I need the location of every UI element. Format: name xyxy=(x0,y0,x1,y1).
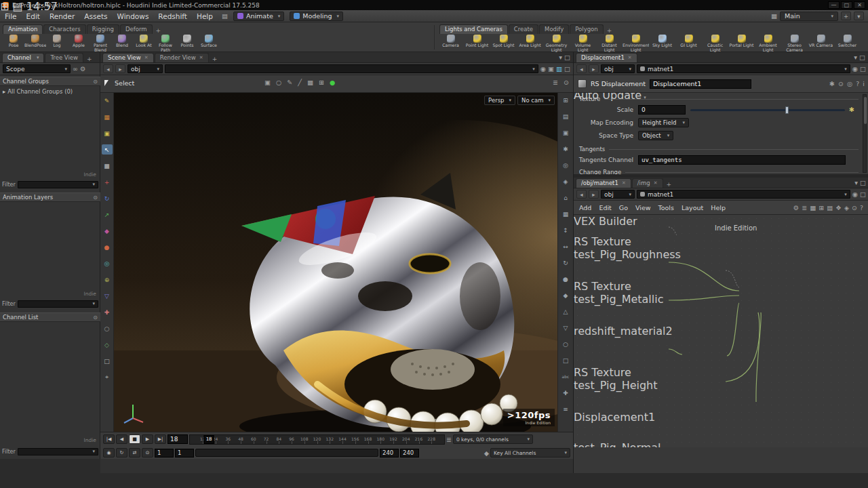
menu-redshift[interactable]: Redshift xyxy=(153,12,192,20)
pane-maximize-icon[interactable]: □ xyxy=(859,54,865,61)
shelf-tool-camera[interactable]: Camera xyxy=(437,34,464,52)
link-icon[interactable]: ∞ xyxy=(73,65,78,73)
filter-input[interactable]: ▾ xyxy=(18,181,98,188)
modeling-mode-dropdown[interactable]: Modeling▾ xyxy=(290,12,343,21)
point-display-icon[interactable]: ● xyxy=(560,274,571,284)
shelf-tool-pose[interactable]: Pose xyxy=(3,34,24,52)
search-icon[interactable]: ⊙ xyxy=(852,204,857,211)
info-icon[interactable]: i xyxy=(863,80,865,87)
shelf-tool-vr-camera[interactable]: VR Camera xyxy=(808,34,834,52)
shelf-tool-volume-light[interactable]: Volume Light xyxy=(570,34,596,52)
scale-tool-icon[interactable]: ↗ xyxy=(102,209,113,220)
refresh-view-icon[interactable]: ↻ xyxy=(560,258,571,268)
close-icon[interactable]: ✕ xyxy=(622,180,626,186)
keys-status-dropdown[interactable]: 0 keys, 0/0 channels▾ xyxy=(453,434,533,444)
map-encoding-dropdown[interactable]: Height Field▾ xyxy=(638,118,689,127)
add-tool-icon[interactable]: ✚ xyxy=(102,307,113,317)
rows-icon[interactable]: ▤ xyxy=(827,204,833,211)
snap-tool-icon[interactable]: ◎ xyxy=(102,258,113,268)
playback-2-button[interactable]: ■ xyxy=(129,434,140,444)
pin-icon[interactable]: ◉ xyxy=(852,190,858,198)
pane-menu-icon[interactable]: ▾ xyxy=(559,54,562,61)
shelf-tool-follow-path[interactable]: Follow Path xyxy=(155,34,176,52)
close-icon[interactable]: ✕ xyxy=(144,55,149,60)
persp-view-pill[interactable]: Persp▾ xyxy=(484,96,515,105)
node-unnamed[interactable] xyxy=(574,215,623,235)
nav-forward-button[interactable]: ▸ xyxy=(589,190,599,199)
node-name-field[interactable]: Displacement1 xyxy=(650,79,751,89)
shelf-tab-modify[interactable]: Modify xyxy=(539,24,569,34)
no-cam-pill[interactable]: No cam▾ xyxy=(517,96,555,105)
rotate-tool-icon[interactable]: ↻ xyxy=(102,193,113,203)
range-end-field[interactable]: 240 xyxy=(380,449,399,458)
shelf-tool-gi-light[interactable]: GI Light xyxy=(675,34,702,52)
section-tangents[interactable]: Tangents xyxy=(579,146,859,152)
nav-back-button[interactable]: ◂ xyxy=(576,64,587,73)
netmenu-edit[interactable]: Edit xyxy=(599,204,611,211)
node-displacement1[interactable] xyxy=(574,424,618,441)
screen-icon[interactable]: □ xyxy=(860,190,866,198)
tab-tree-view[interactable]: Tree View xyxy=(45,53,83,62)
minimize-button[interactable]: — xyxy=(828,1,840,9)
shelf-tool-apple[interactable]: Apple xyxy=(68,34,90,52)
desktop-selector[interactable]: Main▾ xyxy=(780,12,838,21)
translate-tool-icon[interactable]: + xyxy=(102,177,113,187)
shelf-tool-blendpose[interactable]: BlendPose xyxy=(24,34,46,52)
add-pane-tab-button[interactable]: + xyxy=(664,181,675,188)
home-view-icon[interactable]: ⌂ xyxy=(560,192,571,203)
desk-icon[interactable]: ▤ xyxy=(222,12,228,20)
menu-windows[interactable]: Windows xyxy=(112,12,153,20)
visible-only-icon[interactable]: ▦ xyxy=(307,79,313,86)
camera-icon[interactable]: ▣ xyxy=(548,65,554,73)
add-pane-tab-button[interactable]: + xyxy=(210,56,220,62)
shelf-tab-lights-and-cameras[interactable]: Lights and Cameras xyxy=(439,24,508,34)
square-display-icon[interactable]: □ xyxy=(560,355,571,365)
brush-select-icon[interactable]: ✎ xyxy=(287,79,292,86)
shelf-tool-parent-blend[interactable]: Parent Blend xyxy=(90,34,111,52)
grid-icon[interactable]: ▤ xyxy=(560,111,571,121)
menu-edit[interactable]: Edit xyxy=(22,12,45,20)
line-select-icon[interactable]: ╱ xyxy=(298,79,302,86)
view-tool-icon[interactable]: ✎ xyxy=(102,96,113,106)
layout-icon[interactable]: ⊞ xyxy=(560,95,571,105)
close-icon[interactable]: ✕ xyxy=(654,180,658,186)
search-icon[interactable]: ⊙ xyxy=(93,79,98,85)
shelf-tool-caustic-light[interactable]: Caustic Light xyxy=(702,34,728,52)
playback-1-button[interactable]: ◀ xyxy=(116,434,127,444)
box-select-icon[interactable]: ▣ xyxy=(264,79,271,86)
path-field[interactable]: ▾ xyxy=(165,64,538,73)
pose-tool-icon[interactable]: ◆ xyxy=(102,226,113,236)
start-button[interactable]: ⊞ xyxy=(0,0,9,13)
shelf-tool-log[interactable]: Log xyxy=(46,34,68,52)
desktop-grid-icon[interactable]: ▦ xyxy=(771,12,777,20)
node-test-pig-height[interactable] xyxy=(574,392,623,411)
nav-back-button[interactable]: ◂ xyxy=(576,190,587,199)
diamond-tool-icon[interactable]: ◇ xyxy=(102,340,113,350)
snap-indicator-icon[interactable]: ● xyxy=(330,79,335,86)
range-start-field[interactable]: 1 xyxy=(155,449,174,458)
tab-render-view[interactable]: Render View✕ xyxy=(155,53,209,62)
obj-context-dropdown[interactable]: obj▾ xyxy=(601,190,635,199)
menu-render[interactable]: Render xyxy=(45,12,79,20)
normal-display-icon[interactable]: ◆ xyxy=(560,290,571,300)
tab-displacement1[interactable]: Displacement1✕ xyxy=(576,53,637,62)
falloff-tool-icon[interactable]: ▽ xyxy=(102,291,113,301)
scale-slider-handle[interactable] xyxy=(785,106,789,114)
playbar-option-0-button[interactable]: ◉ xyxy=(103,448,115,458)
node-redshift-material2[interactable] xyxy=(574,338,613,366)
expand-icon[interactable]: ▸ xyxy=(3,88,5,95)
filter-input[interactable]: ▾ xyxy=(18,300,98,308)
shelf-tool-surface[interactable]: Surface xyxy=(198,34,220,52)
box-tool-icon[interactable]: □ xyxy=(102,356,113,366)
shelf-tool-sky-light[interactable]: Sky Light xyxy=(649,34,675,52)
playbar-option-2-button[interactable]: ⇄ xyxy=(129,448,140,458)
shelf-tool-point-light[interactable]: Point Light xyxy=(464,34,490,52)
node-path-dropdown[interactable]: matnet1▾ xyxy=(637,64,850,73)
shelf-tool-portal-light[interactable]: Portal Light xyxy=(728,34,755,52)
up-display-icon[interactable]: △ xyxy=(560,306,571,317)
shelf-tool-blend[interactable]: Blend xyxy=(111,34,133,52)
range-start2-field[interactable]: 1 xyxy=(175,449,194,458)
menu-assets[interactable]: Assets xyxy=(79,12,112,20)
add-shelf-tab-button[interactable]: + xyxy=(604,27,615,34)
add-shelf-tab-button[interactable]: + xyxy=(153,27,164,34)
